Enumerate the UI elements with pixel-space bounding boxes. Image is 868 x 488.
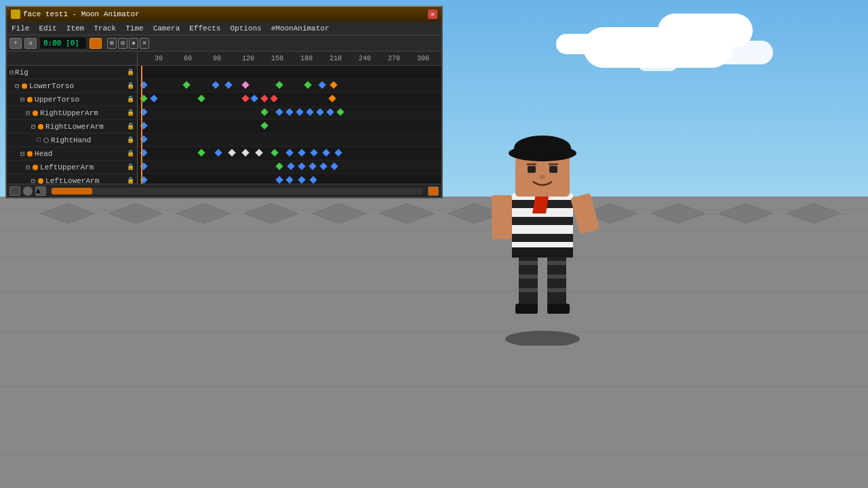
rightupperarm-expand[interactable]: ⊟ <box>26 109 30 117</box>
toolbar-btn-3[interactable]: ◈ <box>129 38 138 49</box>
kf-ut-5[interactable] <box>260 94 268 102</box>
toolbar-btn-1[interactable]: ⊞ <box>107 38 117 49</box>
rightupperarm-lock[interactable]: 🔒 <box>127 109 134 117</box>
kf-h-9[interactable] <box>298 148 305 156</box>
kf-ut-7[interactable] <box>328 94 336 102</box>
menu-file[interactable]: File <box>9 24 31 33</box>
rig-lock[interactable]: 🔒 <box>127 68 134 76</box>
scroll-left-btn[interactable]: ▲ <box>35 186 46 196</box>
kf-h-4[interactable] <box>228 148 235 156</box>
righthand-lock[interactable]: 🔒 <box>127 136 134 144</box>
kf-lla-3[interactable] <box>285 176 293 183</box>
add-button[interactable]: + <box>9 38 22 49</box>
kf-h-12[interactable] <box>334 148 342 156</box>
kf-h-7[interactable] <box>271 148 278 156</box>
menu-item[interactable]: Item <box>64 24 86 33</box>
kf-rua-9[interactable] <box>336 108 344 115</box>
leftupperarm-label: LeftUpperArm <box>40 163 94 171</box>
scroll-track[interactable] <box>52 188 422 195</box>
kf-rua-3[interactable] <box>275 108 283 115</box>
zoom-out-btn[interactable] <box>9 186 20 196</box>
lowertorso-expand[interactable]: ⊟ <box>15 82 19 90</box>
leftupperarm-dot <box>33 165 38 170</box>
playhead[interactable] <box>141 66 142 184</box>
kf-lla-4[interactable] <box>298 176 305 183</box>
leftupperarm-expand[interactable]: ⊟ <box>26 163 30 171</box>
kf-lua-3[interactable] <box>287 162 294 169</box>
kf-rua-8[interactable] <box>326 108 334 115</box>
track-lowertorso[interactable]: ⊟ LowerTorso 🔒 <box>7 79 137 93</box>
rig-expand[interactable]: ⊟ <box>9 68 14 77</box>
leftlowerarm-lock[interactable]: 🔒 <box>127 177 134 184</box>
track-uppertorso[interactable]: ⊟ UpperTorso 🔒 <box>7 93 137 106</box>
kf-ut-6[interactable] <box>270 94 277 102</box>
kf-ut-1b[interactable] <box>150 94 157 102</box>
kf-h-3[interactable] <box>214 148 222 156</box>
rightlowerarm-expand[interactable]: ⊟ <box>31 123 35 131</box>
kf-h-5[interactable] <box>241 148 249 156</box>
track-head[interactable]: ⊟ Head 🔒 <box>7 147 137 161</box>
leftupperarm-lock[interactable]: 🔒 <box>127 163 134 171</box>
kf-h-11[interactable] <box>322 148 330 156</box>
kf-lt-5[interactable] <box>241 81 249 88</box>
head-expand[interactable]: ⊟ <box>20 150 24 158</box>
nav-button[interactable] <box>23 186 33 196</box>
lowertorso-lock[interactable]: 🔒 <box>127 82 134 89</box>
loop-button[interactable]: ↺ <box>24 38 37 49</box>
toolbar-btn-2[interactable]: ⊟ <box>118 38 127 49</box>
track-leftupperarm[interactable]: ⊟ LeftUpperArm 🔒 <box>7 161 137 174</box>
kf-ut-2[interactable] <box>197 94 205 102</box>
kf-rua-6[interactable] <box>306 108 313 115</box>
menu-moonanimator[interactable]: #MoonAnimator <box>269 24 332 33</box>
kf-rua-4[interactable] <box>285 108 293 115</box>
kf-lla-5[interactable] <box>309 176 317 183</box>
kf-ut-4[interactable] <box>250 94 258 102</box>
kf-lt-7[interactable] <box>304 81 311 88</box>
track-rightupperarm[interactable]: ⊟ RightUpperArm 🔒 <box>7 106 137 120</box>
menu-edit[interactable]: Edit <box>37 24 58 33</box>
uppertorso-lock[interactable]: 🔒 <box>127 96 134 103</box>
track-rig[interactable]: ⊟ Rig 🔒 <box>7 66 137 79</box>
kf-lua-5[interactable] <box>309 162 316 169</box>
close-button[interactable]: ✕ <box>428 9 437 19</box>
kf-lt-2[interactable] <box>182 81 190 88</box>
rightlowerarm-lock[interactable]: 🔒 <box>127 123 134 130</box>
track-leftlowerarm[interactable]: ⊟ LeftLowerArm 🔒 <box>7 174 137 184</box>
scroll-right-btn[interactable] <box>428 186 439 196</box>
kf-lua-6[interactable] <box>319 162 327 169</box>
menu-time[interactable]: Time <box>123 24 145 33</box>
kf-h-6[interactable] <box>255 148 262 156</box>
kf-rua-2[interactable] <box>260 108 268 115</box>
kf-rla-2[interactable] <box>260 121 268 129</box>
kf-rua-7[interactable] <box>316 108 323 115</box>
righthand-expand[interactable]: □ <box>37 136 41 144</box>
track-righthand[interactable]: □ RightHand 🔒 <box>7 134 137 147</box>
scroll-thumb[interactable] <box>52 188 92 195</box>
kf-lt-3[interactable] <box>212 81 219 88</box>
kf-lua-2[interactable] <box>275 162 283 169</box>
head-lock[interactable]: 🔒 <box>127 150 134 157</box>
track-rightlowerarm[interactable]: ⊟ RightLowerArm 🔒 <box>7 120 137 134</box>
kf-h-2[interactable] <box>197 148 205 156</box>
menu-effects[interactable]: Effects <box>187 24 222 33</box>
kf-ut-3[interactable] <box>241 94 249 102</box>
ruler-60: 60 <box>184 55 192 62</box>
leftlowerarm-expand[interactable]: ⊟ <box>31 177 35 184</box>
uppertorso-expand[interactable]: ⊟ <box>20 96 24 104</box>
play-button[interactable] <box>90 38 102 49</box>
kf-lua-7[interactable] <box>330 162 338 169</box>
kf-lt-8[interactable] <box>318 81 326 88</box>
kf-row-head <box>138 147 441 161</box>
kf-lt-6[interactable] <box>275 81 283 88</box>
menu-camera[interactable]: Camera <box>151 24 182 33</box>
kf-lla-2[interactable] <box>275 176 283 183</box>
toolbar-btn-4[interactable]: ≡ <box>140 38 149 49</box>
kf-h-10[interactable] <box>310 148 317 156</box>
kf-lt-4[interactable] <box>224 81 232 88</box>
kf-lua-4[interactable] <box>298 162 305 169</box>
kf-lt-9[interactable] <box>330 81 337 88</box>
kf-h-8[interactable] <box>285 148 293 156</box>
menu-track[interactable]: Track <box>92 24 118 33</box>
kf-rua-5[interactable] <box>296 108 303 115</box>
menu-options[interactable]: Options <box>228 24 263 33</box>
